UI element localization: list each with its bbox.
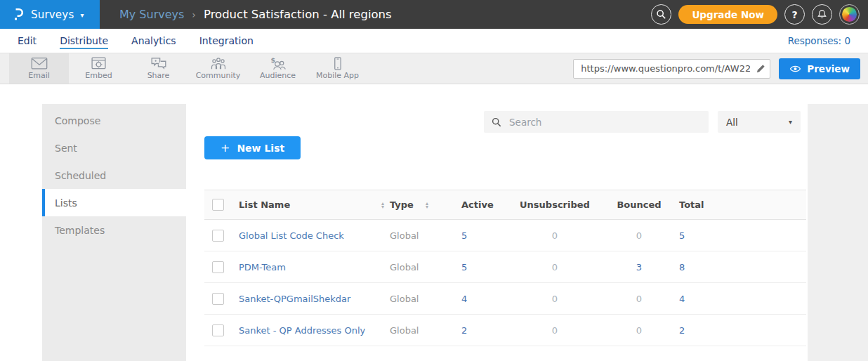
filter-row: All ▾ xyxy=(204,111,808,133)
new-list-button[interactable]: + New List xyxy=(204,136,301,159)
sidebar-item-label: Scheduled xyxy=(55,170,106,181)
list-name-link[interactable]: PDM-Team xyxy=(239,262,286,273)
list-type: Global xyxy=(390,325,419,336)
list-type: Global xyxy=(390,230,419,241)
toolbar-item-label: Community xyxy=(196,71,241,80)
survey-nav: Edit Distribute Analytics Integration Re… xyxy=(0,29,868,53)
lists-table: List Name ▴▾ Type ▴▾ Active Unsubscribed… xyxy=(204,190,806,346)
bounced-count: 0 xyxy=(607,230,671,241)
sidebar-item-lists[interactable]: Lists xyxy=(42,189,186,216)
column-header-active: Active xyxy=(453,199,502,210)
tab-edit[interactable]: Edit xyxy=(18,35,37,46)
column-header-bounced: Bounced xyxy=(607,199,671,210)
toolbar-item-audience[interactable]: $ Audience xyxy=(248,53,308,84)
row-checkbox[interactable] xyxy=(212,261,224,273)
sidebar-item-compose[interactable]: Compose xyxy=(42,107,186,134)
filter-selected-value: All xyxy=(726,117,738,128)
preview-button[interactable]: Preview xyxy=(779,58,860,79)
bell-icon xyxy=(817,9,827,20)
row-checkbox[interactable] xyxy=(212,230,224,242)
avatar[interactable] xyxy=(839,4,860,25)
table-row: Sanket-QPGmailShekdar Global 4 0 0 4 xyxy=(204,283,806,315)
breadcrumb-my-surveys[interactable]: My Surveys xyxy=(119,8,184,21)
upgrade-now-button[interactable]: Upgrade Now xyxy=(678,5,777,24)
column-header-total: Total xyxy=(671,199,734,210)
preview-button-label: Preview xyxy=(807,63,850,74)
sidebar-item-scheduled[interactable]: Scheduled xyxy=(42,162,186,189)
pencil-icon xyxy=(756,63,766,74)
toolbar-item-community[interactable]: Community xyxy=(188,53,248,84)
avatar-image xyxy=(842,7,857,22)
survey-url-input[interactable] xyxy=(573,59,770,79)
active-count[interactable]: 5 xyxy=(453,262,502,273)
lists-panel: All ▾ + New List List Name ▴▾ Type ▴▾ Ac… xyxy=(186,104,808,361)
table-row: PDM-Team Global 5 0 3 8 xyxy=(204,251,806,283)
row-checkbox[interactable] xyxy=(212,324,224,336)
search-input[interactable] xyxy=(508,116,701,129)
toolbar-item-mobile-app[interactable]: Mobile App xyxy=(308,53,367,84)
help-button[interactable]: ? xyxy=(784,4,805,25)
sidebar-item-label: Sent xyxy=(55,143,77,154)
new-list-button-label: New List xyxy=(237,143,284,154)
toolbar-item-label: Mobile App xyxy=(316,71,359,80)
question-mark-icon: ? xyxy=(791,9,797,20)
select-all-checkbox[interactable] xyxy=(212,199,224,211)
sort-icon[interactable]: ▴▾ xyxy=(426,202,428,209)
surveys-menu-label: Surveys xyxy=(31,8,74,21)
bounced-count[interactable]: 3 xyxy=(607,262,671,273)
sidebar-item-label: Compose xyxy=(55,115,100,126)
sidebar-item-label: Templates xyxy=(55,225,105,236)
table-row: Global List Code Check Global 5 0 0 5 xyxy=(204,220,806,251)
list-name-link[interactable]: Sanket - QP Addresses Only xyxy=(239,325,365,336)
total-count[interactable]: 2 xyxy=(671,325,734,336)
active-count[interactable]: 5 xyxy=(453,230,502,241)
notifications-button[interactable] xyxy=(812,4,832,25)
search-button[interactable] xyxy=(651,4,671,25)
embed-icon xyxy=(91,57,106,70)
toolbar-right: Preview xyxy=(573,53,868,84)
questionpro-logo-icon xyxy=(11,7,25,22)
chevron-down-icon: ▾ xyxy=(80,11,84,19)
search-icon xyxy=(492,117,501,127)
list-type: Global xyxy=(390,294,419,304)
breadcrumb-separator-icon: › xyxy=(192,9,196,20)
list-name-link[interactable]: Global List Code Check xyxy=(239,230,344,241)
column-header-unsubscribed: Unsubscribed xyxy=(502,199,607,210)
tab-analytics[interactable]: Analytics xyxy=(131,35,176,46)
sidebar-item-sent[interactable]: Sent xyxy=(42,134,186,162)
column-header-type: Type xyxy=(390,199,414,210)
gap-strip xyxy=(0,84,868,104)
edit-url-button[interactable] xyxy=(752,60,769,77)
svg-text:$: $ xyxy=(270,57,275,64)
bounced-count: 0 xyxy=(607,325,671,336)
page-title: Product Satisfaction - All regions xyxy=(204,8,392,21)
breadcrumb: My Surveys › Product Satisfaction - All … xyxy=(119,0,392,29)
left-gutter xyxy=(0,104,42,361)
active-count[interactable]: 2 xyxy=(453,325,502,336)
toolbar-item-label: Embed xyxy=(85,71,112,80)
total-count[interactable]: 8 xyxy=(671,262,734,273)
topbar-actions: Upgrade Now ? xyxy=(651,0,868,29)
search-box xyxy=(484,111,709,133)
surveys-menu[interactable]: Surveys ▾ xyxy=(0,0,100,29)
tab-integration[interactable]: Integration xyxy=(199,35,254,46)
row-checkbox[interactable] xyxy=(212,293,224,305)
list-type: Global xyxy=(390,262,419,273)
sidebar-item-templates[interactable]: Templates xyxy=(42,216,186,244)
toolbar-item-email[interactable]: Email xyxy=(9,53,69,84)
topbar: Surveys ▾ My Surveys › Product Satisfact… xyxy=(0,0,868,29)
toolbar-item-share[interactable]: Share xyxy=(129,53,188,84)
sidebar-item-label: Lists xyxy=(55,197,77,209)
sort-icon[interactable]: ▴▾ xyxy=(381,202,384,209)
survey-url-field-wrap xyxy=(573,59,770,79)
total-count[interactable]: 4 xyxy=(671,294,734,304)
total-count[interactable]: 5 xyxy=(671,230,734,241)
toolbar-item-embed[interactable]: Embed xyxy=(69,53,129,84)
tab-distribute[interactable]: Distribute xyxy=(60,35,108,46)
plus-icon: + xyxy=(221,141,230,155)
list-name-link[interactable]: Sanket-QPGmailShekdar xyxy=(239,294,350,304)
search-icon xyxy=(656,9,666,20)
active-count[interactable]: 4 xyxy=(453,294,502,304)
list-type-filter-dropdown[interactable]: All ▾ xyxy=(718,111,801,133)
community-icon xyxy=(210,57,227,70)
